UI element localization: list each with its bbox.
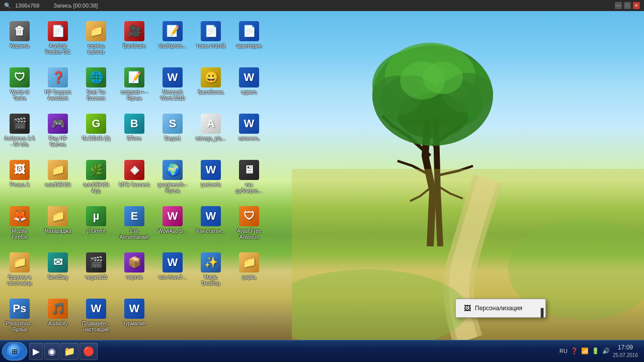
desktop-icon-worldoftanks[interactable]: 🛡 World of Tanks [2,64,37,110]
desktop-icon-adwego[interactable]: W адвего [231,64,267,110]
icon-label-sharkprom: sharkprom... [158,43,187,49]
icon-label-sendsey: SendSey [48,275,68,281]
icon-label-autodengi: autoDENGI [45,182,70,188]
desktop-icon-kakdubli[interactable]: 🖥 как дублиров... [231,157,267,202]
desktop-icon-avidemux[interactable]: 🎬 Avidemux 2.6 - 64 bits [2,111,37,156]
icon-label-papka: papka [242,275,256,281]
desktop-icon-avast[interactable]: 🛡 Avast Free Antivirus [231,203,267,248]
context-menu-personalization[interactable]: 🖼 Персонализация [456,301,545,315]
taskbar-icon-2: 📁 [64,346,75,357]
desktop-icon-autodengi[interactable]: 📁 autoDENGI [40,157,75,202]
icon-image-sharkprom: 📝 [163,21,183,41]
recording-text: Запись [00:00:38] [53,3,98,9]
taskbar-item-0[interactable]: ▶ [29,343,43,360]
icon-label-brauzerpesok: браузер в песочнице [4,275,35,287]
icon-label-autodengiapp: autoDENGI App [80,182,112,194]
taskbar-item-1[interactable]: ◉ [44,343,59,360]
desktop-icon-audacity[interactable]: 🎵 Audacity [40,296,75,341]
icon-image-magic: ✨ [201,252,221,273]
desktop-icon-msword[interactable]: W Microsoft Word 2010 [155,64,190,110]
desktop-icon-partiya[interactable]: 📦 партия [117,249,152,295]
desktop-icon-korzina[interactable]: 🗑 Корзина [2,18,37,63]
desktop-icon-exitantiplag[interactable]: E Exit Антиплагиат [117,203,152,248]
desktop-icon-vegas[interactable]: 🎬 vegas110 [78,249,114,295]
desktop-icon-skriny[interactable]: 📁 скрины выплат [78,18,114,63]
icon-image-bandicam: 🎥 [124,21,144,41]
desktop-icon-sendsey[interactable]: ✉ SendSey [40,249,75,295]
desktop-icons: 🗑 Корзина 📄 Acrobat Reader DC 📁 скрины в… [0,14,282,340]
icon-label-kakstatya: Как-статья... [196,228,225,234]
desktop-icon-temy[interactable]: 📄 темы статей [193,18,228,63]
desktop-icon-skype[interactable]: S Skype1 [155,111,190,156]
desktop-icon-startbrowser[interactable]: 🌐 Start Tor Browser [78,64,114,110]
desktop-icon-avantyurin[interactable]: 📄 авантюрин [231,18,267,63]
icon-label-balabolka: Балаболка [198,89,224,96]
taskbar: ⊞ ▶◉📁🔴 RU ❓ 📶 🔋 🔊 17:09 25.07.2016 [0,340,644,362]
icon-image-picasa: 🖼 [10,160,30,180]
icon-image-acrobat: 📄 [48,21,68,41]
icon-label-acrobat: Acrobat Reader DC [42,43,73,55]
desktop-icon-sontrava[interactable]: W son-trava7... [155,249,190,295]
desktop-icon-btone[interactable]: B BTone [117,111,152,156]
desktop-icon-utorrent[interactable]: µ μTorrent [78,203,114,248]
desktop-icon-maxapadk[interactable]: 📁 Махараджа [40,203,75,248]
desktop-icon-bandicam[interactable]: 🎥 Bandicam [117,18,152,63]
icon-image-notepadpp: 📝 [124,67,144,87]
icon-image-exitantiplag: E [124,206,144,226]
icon-image-sontrava: W [163,252,183,273]
desktop-icon-autodengiapp[interactable]: 🌿 autoDENGI App [78,157,114,202]
desktop-icon-mts[interactable]: ◈ MTS Connect [117,157,152,202]
icon-image-skriny: 📁 [86,21,106,41]
resolution-text: 1366x768 [15,3,39,9]
desktop-icon-googleearth[interactable]: 🌍 googleearth - Ярлык [155,157,190,202]
desktop-icon-kakstatya[interactable]: W Как-статья... [193,203,228,248]
desktop-icon-brauzerpesok[interactable]: 📁 браузер в песочнице [2,249,37,295]
desktop-icon-turmalin[interactable]: W турмалин [117,296,152,341]
maximize-button[interactable]: □ [624,2,631,9]
desktop-icon-wowapp[interactable]: W WowApp S... [155,203,190,248]
desktop-icon-shpinel[interactable]: W шпинель [231,111,267,156]
desktop-icon-magic[interactable]: ✨ Magic Desktop [193,249,228,295]
desktop-icon-notepadpp[interactable]: 📝 notepad++ - Ярлык [117,64,152,110]
taskbar-icon-3: 🔴 [83,346,94,357]
icon-image-partnerki: W [201,160,221,180]
desktop-icon-photoshop[interactable]: Ps Photoshop - Ярлык [2,296,37,341]
desktop-icon-globus[interactable]: G GLOBUS (2) [78,111,114,156]
icon-image-playhp: 🎮 [48,114,68,134]
icon-label-startbrowser: Start Tor Browser [80,89,112,102]
start-orb: ⊞ [7,344,22,359]
desktop-icon-hpsupport[interactable]: ❓ HP Support Assistant [40,64,75,110]
minimize-button[interactable]: — [615,2,622,9]
desktop-icon-playhp[interactable]: 🎮 Play HP Games [40,111,75,156]
personalization-label: Персонализация [475,305,522,312]
icon-image-utorrent: µ [86,206,106,226]
icon-label-avast: Avast Free Antivirus [233,228,265,240]
icon-image-podmaren: W [86,299,106,319]
desktop-icon-advego-pla[interactable]: A advego_pla... [193,111,228,156]
icon-label-msword: Microsoft Word 2010 [157,89,188,102]
taskbar-icon-0: ▶ [33,346,40,357]
desktop-icon-balabolka[interactable]: 😀 Балаболка [193,64,228,110]
desktop-icon-partnerki[interactable]: W partnerki [193,157,228,202]
taskbar-item-2[interactable]: 📁 [60,343,78,360]
close-button[interactable]: ✕ [633,2,640,9]
taskbar-item-3[interactable]: 🔴 [79,343,98,360]
icon-image-avantyurin: 📄 [239,21,259,41]
icon-image-maxapadk: 📁 [48,206,68,226]
icon-image-brauzerpesok: 📁 [10,252,30,273]
start-button[interactable]: ⊞ [2,342,27,360]
icon-label-worldoftanks: World of Tanks [4,89,35,102]
desktop-icon-acrobat[interactable]: 📄 Acrobat Reader DC [40,18,75,63]
icon-label-mts: MTS Connect [119,182,149,188]
icon-label-magic: Magic Desktop [195,275,226,287]
icon-label-exitantiplag: Exit Антиплагиат [119,228,150,240]
desktop-icon-picasa[interactable]: 🖼 Picasa 3 [2,157,37,202]
desktop-icon-sharkprom[interactable]: 📝 sharkprom... [155,18,190,63]
icon-image-globus: G [86,114,106,134]
desktop-icon-papka[interactable]: 📁 papka [231,249,267,295]
desktop-icon-podmaren[interactable]: W Подмарен... настоящий [78,296,114,341]
tray-language[interactable]: RU [559,348,568,354]
icon-image-kakdubli: 🖥 [239,160,259,180]
desktop-icon-mozilla[interactable]: 🦊 Mozilla Firefox [2,203,37,248]
icon-label-audacity: Audacity [48,321,67,327]
